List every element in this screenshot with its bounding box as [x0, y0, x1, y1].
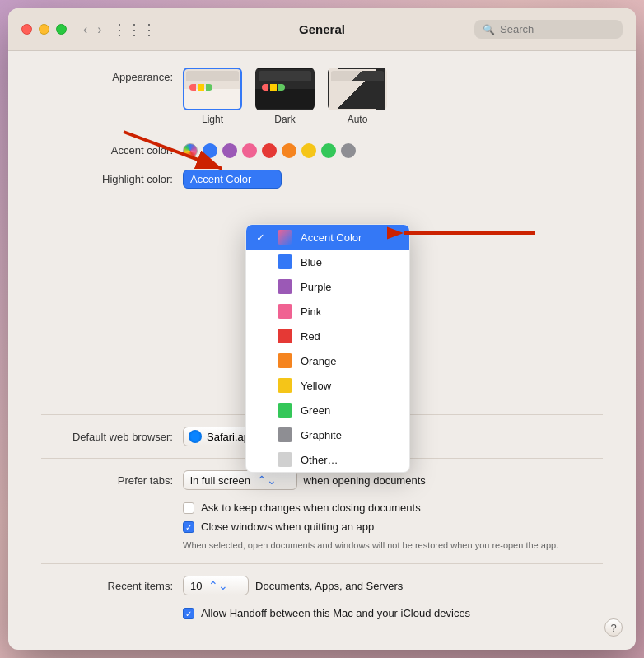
ask-changes-row: Ask to keep changes when closing documen… — [41, 502, 603, 514]
dropdown-item-graphite-label: Graphite — [301, 429, 342, 441]
accent-orange[interactable] — [282, 143, 296, 158]
minimize-button[interactable] — [39, 24, 49, 35]
handoff-row: ✓ Allow Handoff between this Mac and you… — [41, 607, 603, 619]
dropdown-item-red-label: Red — [301, 330, 320, 343]
prefer-tabs-value: in full screen — [190, 474, 250, 487]
recent-items-row: Recent items: 10 ⌃⌄ Documents, Apps, and… — [41, 576, 603, 595]
dropdown-item-accent-label: Accent Color — [301, 231, 362, 244]
appearance-thumb-auto[interactable] — [328, 68, 387, 110]
dropdown-item-blue-label: Blue — [301, 256, 322, 268]
orange-swatch — [278, 353, 292, 368]
accent-blue[interactable] — [203, 143, 217, 158]
accent-red[interactable] — [262, 143, 277, 158]
checkmark-icon: ✓ — [256, 231, 269, 244]
highlight-dropdown-menu: ✓ Accent Color Blue Purple Pink — [245, 224, 410, 473]
accent-green[interactable] — [321, 143, 336, 158]
accent-color-swatch — [278, 230, 292, 245]
search-input[interactable] — [500, 23, 614, 35]
appearance-light-label: Light — [202, 114, 223, 125]
safari-icon — [189, 430, 202, 443]
dropdown-item-purple[interactable]: Purple — [246, 274, 409, 299]
grid-icon[interactable]: ⋮⋮⋮ — [112, 21, 156, 39]
accent-yellow[interactable] — [301, 143, 316, 158]
dropdown-item-green[interactable]: Green — [246, 398, 409, 422]
accent-colors — [183, 142, 356, 158]
search-icon: 🔍 — [483, 24, 495, 35]
back-button[interactable]: ‹ — [80, 21, 91, 39]
accent-pink[interactable] — [242, 143, 257, 158]
green-swatch — [278, 403, 292, 418]
appearance-auto[interactable]: Auto — [328, 68, 387, 125]
dropdown-item-purple-label: Purple — [301, 281, 332, 293]
recent-items-value: 10 — [190, 580, 202, 592]
recent-items-label: Recent items: — [41, 580, 173, 592]
recent-items-select[interactable]: 10 ⌃⌄ — [183, 576, 249, 595]
recent-items-suffix: Documents, Apps, and Servers — [255, 580, 403, 592]
handoff-checkbox[interactable]: ✓ — [183, 608, 194, 619]
accent-purple[interactable] — [222, 143, 237, 158]
dropdown-item-green-label: Green — [301, 404, 330, 417]
accent-graphite[interactable] — [341, 143, 356, 158]
recent-arrows-icon: ⌃⌄ — [208, 579, 228, 592]
default-browser-label: Default web browser: — [41, 431, 173, 443]
window-title: General — [299, 22, 345, 36]
yellow-swatch — [278, 378, 292, 393]
accent-color-row: Accent color: — [41, 142, 603, 158]
appearance-dark-label: Dark — [274, 114, 295, 125]
highlight-selected-value: Accent Color — [190, 173, 251, 185]
appearance-auto-label: Auto — [348, 114, 368, 125]
red-swatch — [278, 329, 292, 343]
prefer-tabs-controls: in full screen ⌃⌄ when opening documents — [183, 470, 426, 490]
tabs-arrows-icon: ⌃⌄ — [257, 474, 277, 487]
ask-changes-label: Ask to keep changes when closing documen… — [201, 502, 421, 514]
forward-button[interactable]: › — [94, 21, 105, 39]
appearance-options: Light Dark Auto — [183, 68, 387, 125]
prefer-tabs-label: Prefer tabs: — [41, 474, 173, 487]
maximize-button[interactable] — [56, 24, 67, 35]
highlight-color-row: Highlight color: Accent Color — [41, 170, 603, 189]
dropdown-item-accent[interactable]: ✓ Accent Color — [246, 225, 409, 250]
appearance-section: Appearance: Light Dark Auto — [41, 68, 603, 125]
dropdown-item-graphite[interactable]: Graphite — [246, 422, 409, 447]
close-windows-checkbox[interactable]: ✓ — [183, 521, 194, 533]
recent-items-controls: 10 ⌃⌄ Documents, Apps, and Servers — [183, 576, 403, 595]
blue-swatch — [278, 254, 292, 269]
dropdown-item-pink-label: Pink — [301, 306, 321, 318]
accent-multicolor[interactable] — [183, 143, 198, 158]
divider-3 — [41, 563, 603, 564]
close-windows-label: Close windows when quitting an app — [201, 520, 374, 533]
content-area: Appearance: Light Dark Auto Accent color… — [8, 51, 636, 650]
other-swatch — [278, 452, 292, 467]
dropdown-item-blue[interactable]: Blue — [246, 250, 409, 274]
nav-buttons: ‹ › — [80, 21, 105, 39]
dropdown-item-pink[interactable]: Pink — [246, 299, 409, 324]
prefer-tabs-row: Prefer tabs: in full screen ⌃⌄ when open… — [41, 470, 603, 490]
dropdown-item-orange[interactable]: Orange — [246, 348, 409, 373]
prefer-tabs-select[interactable]: in full screen ⌃⌄ — [183, 470, 297, 490]
search-bar[interactable]: 🔍 — [474, 20, 623, 39]
titlebar: ‹ › ⋮⋮⋮ General 🔍 — [8, 8, 636, 51]
close-windows-subtext: When selected, open documents and window… — [41, 539, 603, 552]
dropdown-item-other-label: Other… — [301, 454, 338, 466]
settings-window: ‹ › ⋮⋮⋮ General 🔍 — [8, 8, 636, 650]
appearance-thumb-dark[interactable] — [255, 68, 315, 110]
graphite-swatch — [278, 427, 292, 442]
appearance-light[interactable]: Light — [183, 68, 242, 125]
accent-color-label: Accent color: — [41, 144, 173, 156]
dropdown-item-yellow-label: Yellow — [301, 380, 331, 392]
dropdown-item-orange-label: Orange — [301, 355, 336, 367]
close-button[interactable] — [21, 24, 32, 35]
dropdown-item-yellow[interactable]: Yellow — [246, 373, 409, 398]
dropdown-item-red[interactable]: Red — [246, 324, 409, 348]
appearance-thumb-light[interactable] — [183, 68, 242, 110]
help-button[interactable]: ? — [604, 618, 623, 637]
handoff-label: Allow Handoff between this Mac and your … — [201, 607, 470, 619]
dropdown-item-other[interactable]: Other… — [246, 447, 409, 472]
close-windows-row: ✓ Close windows when quitting an app — [41, 520, 603, 533]
appearance-dark[interactable]: Dark — [255, 68, 315, 125]
highlight-color-select[interactable]: Accent Color — [183, 170, 282, 189]
appearance-label: Appearance: — [41, 68, 173, 83]
traffic-lights — [21, 24, 67, 35]
ask-changes-checkbox[interactable] — [183, 502, 194, 514]
highlight-color-label: Highlight color: — [41, 173, 173, 185]
